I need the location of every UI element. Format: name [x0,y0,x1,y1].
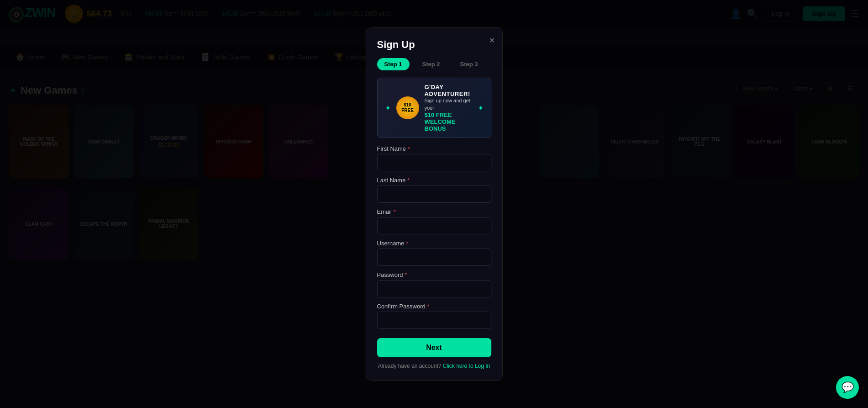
modal-overlay: Sign Up × Step 1 Step 2 Step 3 ✦ $10FREE… [0,0,868,408]
sparkle-left: ✦ [385,104,391,112]
welcome-coin: $10FREE [396,96,419,119]
last-name-input[interactable] [377,185,491,203]
next-button[interactable]: Next [377,338,491,357]
welcome-text: G'DAY ADVENTURER! Sign up now and get yo… [425,84,472,132]
username-group: Username * [377,240,491,266]
confirm-password-group: Confirm Password * [377,303,491,329]
step-3[interactable]: Step 3 [453,58,485,70]
confirm-password-label: Confirm Password * [377,303,491,310]
confirm-password-input[interactable] [377,312,491,329]
login-link[interactable]: Click here to Log In [443,363,490,369]
welcome-banner: ✦ $10FREE G'DAY ADVENTURER! Sign up now … [377,78,491,138]
chat-icon: 💬 [841,382,854,393]
sparkle-right: ✦ [478,104,484,112]
modal-title: Sign Up [377,39,491,51]
first-name-group: First Name * [377,145,491,171]
first-name-label: First Name * [377,145,491,152]
step-2[interactable]: Step 2 [415,58,447,70]
username-label: Username * [377,240,491,247]
first-name-input[interactable] [377,154,491,171]
modal-close-button[interactable]: × [490,35,495,46]
email-group: Email * [377,208,491,234]
last-name-label: Last Name * [377,177,491,184]
step-1[interactable]: Step 1 [377,58,410,70]
email-required: * [394,208,396,215]
welcome-heading: G'DAY ADVENTURER! [425,84,472,97]
last-name-group: Last Name * [377,177,491,203]
chat-button[interactable]: 💬 [836,376,859,399]
email-label: Email * [377,208,491,215]
username-required: * [406,240,408,247]
password-input[interactable] [377,280,491,297]
confirm-password-required: * [427,303,429,310]
last-name-required: * [407,177,410,184]
username-input[interactable] [377,249,491,266]
welcome-bonus: $10 FREE WELCOME BONUS [425,111,472,132]
password-required: * [405,271,407,278]
password-group: Password * [377,271,491,297]
first-name-required: * [408,145,410,152]
login-prompt: Already have an account? Click here to L… [377,363,491,369]
steps-container: Step 1 Step 2 Step 3 [377,58,491,70]
email-input[interactable] [377,217,491,234]
password-label: Password * [377,271,491,278]
welcome-sub: Sign up now and get your [425,97,472,111]
signup-modal: Sign Up × Step 1 Step 2 Step 3 ✦ $10FREE… [366,27,503,381]
